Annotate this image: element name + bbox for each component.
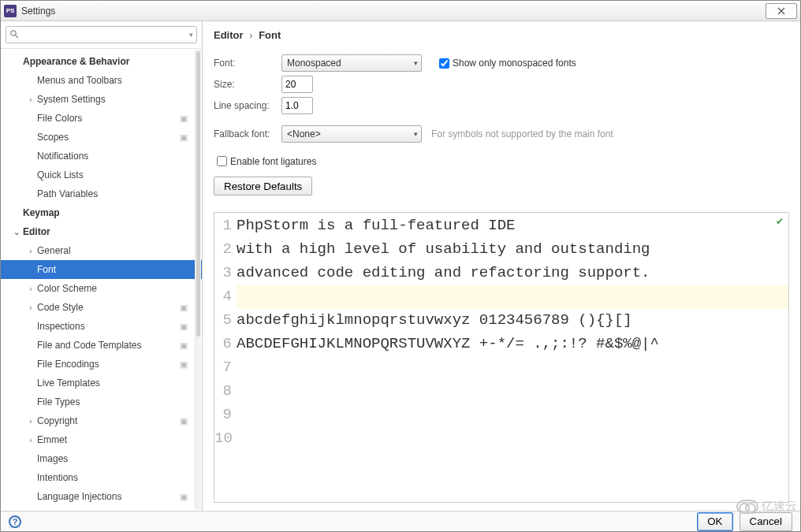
cancel-button[interactable]: Cancel — [740, 512, 793, 531]
fallback-font-value: <None> — [287, 128, 321, 140]
search-input[interactable] — [21, 28, 189, 41]
tree-item-quick-lists[interactable]: ›Quick Lists — [1, 166, 202, 184]
tree-item-label: Appearance & Behavior — [23, 56, 188, 67]
tree-item-label: General — [37, 245, 188, 256]
mono-only-text: Show only monospaced fonts — [453, 58, 576, 69]
project-scope-icon: ▣ — [180, 322, 188, 332]
gutter-line-number: 7 — [214, 356, 232, 380]
tree-item-label: Inspections — [37, 321, 175, 332]
tree-item-keymap[interactable]: ›Keymap — [1, 203, 202, 222]
tree-item-general[interactable]: ›General — [1, 241, 202, 260]
tree-item-label: Intentions — [37, 472, 188, 483]
restore-defaults-button[interactable]: Restore Defaults — [214, 177, 312, 195]
size-input[interactable] — [281, 76, 313, 93]
preview-line — [237, 285, 788, 309]
project-scope-icon: ▣ — [180, 340, 188, 351]
preview-line: ABCDEFGHIJKLMNOPQRSTUVWXYZ +-*/= .,;:!? … — [237, 333, 788, 356]
tree-item-copyright[interactable]: ›Copyright▣ — [1, 411, 202, 430]
tree-item-language-injections[interactable]: ›Language Injections▣ — [1, 487, 202, 506]
checkmark-icon: ✔ — [776, 216, 784, 227]
tree-item-code-style[interactable]: ›Code Style▣ — [1, 298, 202, 317]
chevron-down-icon: ▾ — [189, 31, 193, 39]
tree-item-path-variables[interactable]: ›Path Variables — [1, 184, 202, 203]
restore-defaults-label: Restore Defaults — [224, 180, 302, 192]
chevron-right-icon: › — [26, 436, 35, 445]
tree-item-live-templates[interactable]: ›Live Templates — [1, 374, 202, 392]
tree-item-label: Copyright — [37, 415, 175, 426]
tree-item-label: File Encodings — [37, 359, 175, 370]
tree-item-appearance-behavior[interactable]: ›Appearance & Behavior — [1, 52, 202, 71]
tree-item-label: Emmet — [37, 434, 188, 445]
settings-window: PS Settings ▾ ›Appearance & Behavior›Men… — [0, 0, 801, 532]
gutter-line-number: 5 — [214, 309, 232, 333]
tree-scroll-thumb[interactable] — [196, 51, 200, 337]
tree-item-scopes[interactable]: ›Scopes▣ — [1, 128, 202, 147]
preview-line: advanced code editing and refactoring su… — [237, 262, 788, 285]
breadcrumb-root: Editor — [214, 29, 244, 41]
ligatures-checkbox-label[interactable]: Enable font ligatures — [214, 154, 316, 169]
tree-item-file-colors[interactable]: ›File Colors▣ — [1, 109, 202, 128]
project-scope-icon: ▣ — [180, 492, 188, 502]
tree-item-system-settings[interactable]: ›System Settings — [1, 90, 202, 109]
tree-item-label: File Colors — [37, 113, 175, 124]
tree-item-label: Color Scheme — [37, 283, 188, 294]
cancel-label: Cancel — [750, 515, 783, 527]
fallback-font-select[interactable]: <None> ▾ — [281, 125, 422, 143]
font-select-value: Monospaced — [287, 58, 341, 69]
mono-only-checkbox[interactable] — [439, 58, 449, 69]
breadcrumb: Editor › Font — [203, 21, 800, 47]
mono-checkbox-label[interactable]: Show only monospaced fonts — [436, 56, 576, 71]
tree-item-intentions[interactable]: ›Intentions — [1, 468, 202, 487]
tree-item-notifications[interactable]: ›Notifications — [1, 147, 202, 166]
main-panel: Editor › Font Font: Monospaced ▾ Show on… — [203, 21, 800, 511]
tree-item-label: Notifications — [37, 151, 188, 162]
size-label: Size: — [214, 79, 281, 90]
tree-item-images[interactable]: ›Images — [1, 449, 202, 468]
tree-item-color-scheme[interactable]: ›Color Scheme — [1, 279, 202, 298]
tree-item-editor[interactable]: ⌄Editor — [1, 222, 202, 241]
close-icon — [777, 7, 786, 15]
ok-button[interactable]: OK — [697, 512, 732, 531]
line-spacing-label: Line spacing: — [214, 100, 281, 111]
tree-item-label: Keymap — [23, 207, 188, 218]
tree-scrollbar[interactable] — [195, 50, 201, 510]
gutter-line-number: 9 — [214, 404, 232, 427]
project-scope-icon: ▣ — [180, 303, 188, 313]
close-window-button[interactable] — [766, 3, 797, 19]
fallback-label: Fallback font: — [214, 128, 281, 140]
preview-lines[interactable]: PhpStorm is a full-featured IDEwith a hi… — [237, 213, 788, 502]
preview-line: PhpStorm is a full-featured IDE — [237, 214, 788, 238]
tree-item-font[interactable]: ›Font — [1, 260, 202, 279]
font-form: Font: Monospaced ▾ Show only monospaced … — [203, 47, 800, 207]
preview-gutter: 12345678910 — [214, 213, 237, 502]
dialog-footer: ? OK Cancel — [1, 511, 800, 531]
preview-line — [237, 356, 788, 380]
search-box[interactable]: ▾ — [6, 26, 197, 43]
chevron-right-icon: › — [26, 247, 35, 255]
gutter-line-number: 6 — [214, 333, 232, 356]
chevron-down-icon: ▾ — [414, 130, 418, 138]
tree-item-inspections[interactable]: ›Inspections▣ — [1, 317, 202, 336]
search-icon — [9, 29, 19, 40]
window-title: Settings — [21, 6, 762, 17]
tree-item-menus-and-toolbars[interactable]: ›Menus and Toolbars — [1, 71, 202, 90]
preview-line — [237, 380, 788, 404]
font-select[interactable]: Monospaced ▾ — [281, 54, 422, 72]
svg-line-1 — [16, 35, 19, 39]
tree-item-emmet[interactable]: ›Emmet — [1, 430, 202, 449]
breadcrumb-leaf: Font — [259, 29, 281, 41]
preview-line — [237, 404, 788, 427]
tree-item-file-types[interactable]: ›File Types — [1, 392, 202, 411]
chevron-right-icon: › — [26, 95, 35, 104]
project-scope-icon: ▣ — [180, 113, 188, 124]
help-icon[interactable]: ? — [9, 515, 21, 528]
project-scope-icon: ▣ — [180, 132, 188, 143]
tree-item-file-and-code-templates[interactable]: ›File and Code Templates▣ — [1, 336, 202, 355]
font-label: Font: — [214, 58, 281, 69]
preview-line — [237, 427, 788, 451]
ligatures-checkbox[interactable] — [217, 156, 227, 166]
tree-item-label: Scopes — [37, 132, 175, 143]
tree-item-file-encodings[interactable]: ›File Encodings▣ — [1, 355, 202, 374]
svg-point-0 — [11, 31, 16, 35]
line-spacing-input[interactable] — [281, 97, 313, 114]
